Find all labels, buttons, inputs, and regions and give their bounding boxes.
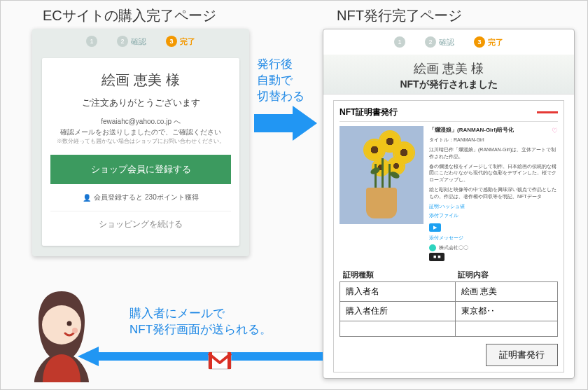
email-to: fewaiahc@yahoo.co.jp へ bbox=[50, 116, 231, 127]
svg-rect-6 bbox=[209, 352, 212, 369]
cell-empty[interactable] bbox=[455, 321, 557, 336]
step-1: 1 bbox=[86, 36, 97, 47]
switch-annotation: 発行後 自動で 切替わる bbox=[257, 57, 304, 105]
file-label: 添付ファイル bbox=[429, 212, 558, 219]
person-icon: 👤 bbox=[83, 194, 91, 202]
svg-rect-7 bbox=[227, 352, 231, 369]
cell-buyer-name-value[interactable]: 絵画 恵美 bbox=[455, 281, 557, 301]
step-3: 3完了 bbox=[166, 36, 195, 47]
issue-certificate-button[interactable]: 証明書発行 bbox=[486, 344, 558, 366]
certificate-table: 証明種類 証明内容 購入者名 絵画 恵美 購入者住所 東京都‥ bbox=[340, 268, 558, 337]
gmail-icon bbox=[208, 351, 232, 370]
step-2: 2確認 bbox=[117, 36, 146, 47]
customer-name: 絵画 恵美 様 bbox=[50, 71, 231, 90]
continue-shopping-link[interactable]: ショッピングを続ける bbox=[50, 211, 231, 237]
artwork-title: 「爛漫娘」(RANMAN-Girl)暗号化 bbox=[429, 126, 558, 134]
certificate-box: NFT証明書発行 ♡ 「爛漫娘」(RANMAN-Girl)暗号化 タイトル：RA… bbox=[333, 100, 564, 372]
arrow-left-icon bbox=[78, 347, 323, 369]
cell-buyer-name-label[interactable]: 購入者名 bbox=[340, 281, 456, 301]
nft-issued-msg: NFTが発行されました bbox=[323, 78, 574, 91]
app-badge[interactable]: ■ ■ bbox=[429, 253, 444, 261]
cell-buyer-addr-value[interactable]: 東京都‥ bbox=[455, 301, 557, 321]
step-3-r: 3完了 bbox=[474, 36, 503, 48]
artwork-desc1: タイトル：RANMAN-Girl bbox=[429, 137, 558, 144]
nft-panel: 1 2確認 3完了 絵画 恵美 様 NFTが発行されました NFT証明書発行 bbox=[323, 29, 575, 379]
svg-marker-1 bbox=[78, 347, 323, 366]
table-row: 購入者名 絵画 恵美 bbox=[340, 281, 558, 301]
email-note: ※数分経っても届かない場合はショップにお問い合わせください。 bbox=[50, 137, 231, 145]
owner-name: 株式会社〇〇 bbox=[439, 245, 468, 250]
cell-buyer-addr-label[interactable]: 購入者住所 bbox=[340, 301, 456, 321]
svg-point-3 bbox=[67, 321, 72, 326]
owner-dot-icon bbox=[429, 244, 436, 251]
arrow-right-icon bbox=[254, 106, 317, 144]
cell-empty[interactable] bbox=[340, 321, 456, 336]
artwork-meta: ♡ 「爛漫娘」(RANMAN-Girl)暗号化 タイトル：RANMAN-Girl… bbox=[429, 126, 558, 261]
artwork-desc2: 江川晴巳作「爛漫娘」(RANMAN-Girl)は、立体アートで制作された作品。 bbox=[429, 146, 558, 160]
artwork-desc3: 春の爛漫な桜をイメージして制作。日本絵画の伝統的な構図にこだわりながら現代的な色… bbox=[429, 163, 558, 183]
step-1-r: 1 bbox=[394, 36, 405, 48]
buyer-avatar-icon bbox=[29, 284, 95, 382]
nft-head: 絵画 恵美 様 NFTが発行されました bbox=[323, 55, 574, 95]
heart-icon[interactable]: ♡ bbox=[552, 126, 558, 136]
step-2-r: 2確認 bbox=[425, 36, 454, 48]
svg-point-4 bbox=[72, 328, 78, 333]
progress-steps: 1 2確認 3完了 bbox=[32, 29, 249, 54]
accent-bar bbox=[537, 111, 558, 113]
table-row bbox=[340, 321, 558, 336]
left-title: ECサイトの購入完了ページ bbox=[43, 6, 216, 25]
artwork-desc4: 絵と彫刻と映像等の中で感動を興味深い観点で作品としたもの。作品は、著作権や回収等… bbox=[429, 186, 558, 200]
hash-label: 証明:ハッシュ値 bbox=[429, 203, 558, 210]
ec-panel: 1 2確認 3完了 絵画 恵美 様 ご注文ありがとうございます fewaiahc… bbox=[32, 29, 249, 256]
email-msg: 確認メールをお送りしましたので、ご確認ください bbox=[50, 127, 231, 137]
th-content: 証明内容 bbox=[455, 268, 557, 282]
register-button[interactable]: ショップ会員に登録する bbox=[50, 155, 231, 184]
table-row: 購入者住所 東京都‥ bbox=[340, 301, 558, 321]
certificate-heading: NFT証明書発行 bbox=[340, 106, 558, 122]
svg-point-2 bbox=[42, 305, 81, 344]
artwork-image bbox=[340, 126, 424, 224]
progress-steps-r: 1 2確認 3完了 bbox=[323, 29, 574, 55]
th-kind: 証明種類 bbox=[340, 268, 456, 282]
twitter-badge[interactable]: ▶ bbox=[429, 223, 441, 232]
thanks-msg: ご注文ありがとうございます bbox=[50, 97, 231, 109]
points-info: 👤 会員登録すると 230ポイント獲得 bbox=[50, 193, 231, 202]
msg-label: 添付メッセージ bbox=[429, 235, 558, 242]
nft-customer-name: 絵画 恵美 様 bbox=[323, 60, 574, 77]
svg-marker-0 bbox=[254, 106, 317, 141]
mail-annotation: 購入者にメールで NFT発行画面が送られる。 bbox=[130, 306, 272, 338]
right-title: NFT発行完了ページ bbox=[337, 6, 462, 25]
order-card: 絵画 恵美 様 ご注文ありがとうございます fewaiahc@yahoo.co.… bbox=[42, 58, 239, 246]
